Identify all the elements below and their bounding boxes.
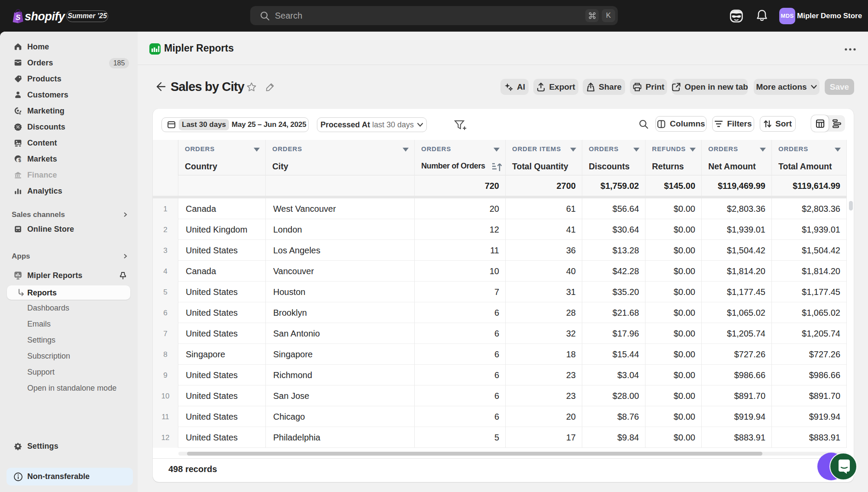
svg-text:S: S (16, 13, 21, 22)
svg-text:$: $ (18, 157, 21, 162)
